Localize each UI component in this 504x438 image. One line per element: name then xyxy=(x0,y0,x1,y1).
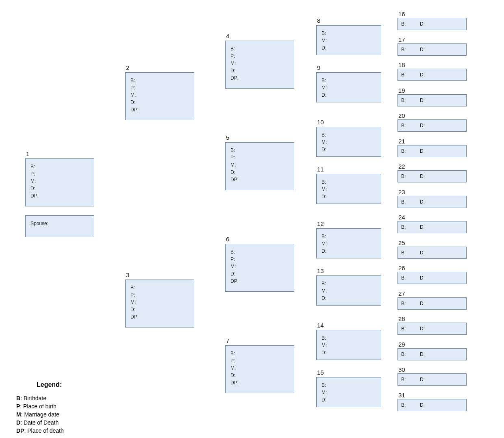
field-P: P: xyxy=(230,52,289,60)
box-15: B: M: D: xyxy=(316,377,381,407)
box-13-num: 13 xyxy=(317,267,324,274)
field-B: B: xyxy=(322,280,376,287)
field-B: B: xyxy=(401,301,420,306)
box-6-num: 6 xyxy=(226,236,229,243)
field-D: D: xyxy=(322,247,376,255)
field-DP: DP: xyxy=(230,278,289,285)
field-D: D: xyxy=(130,99,189,106)
field-D: D: xyxy=(420,72,425,78)
field-B: B: xyxy=(401,173,420,179)
box-11: B: M: D: xyxy=(316,174,381,204)
field-D: D: xyxy=(230,67,289,74)
box-29-num: 29 xyxy=(398,341,405,348)
field-B: B: xyxy=(130,284,189,291)
field-DP: DP: xyxy=(230,74,289,82)
field-D: D: xyxy=(420,275,425,281)
box-10-num: 10 xyxy=(317,119,324,126)
field-D: D: xyxy=(230,169,289,176)
box-12: B: M: D: xyxy=(316,228,381,258)
box-14-num: 14 xyxy=(317,322,324,329)
field-P: P: xyxy=(230,154,289,161)
field-B: B: xyxy=(322,233,376,240)
box-16-num: 16 xyxy=(398,11,405,17)
box-11-num: 11 xyxy=(317,166,324,173)
field-D: D: xyxy=(420,301,425,306)
legend-row: B: Birthdate xyxy=(16,394,64,402)
field-B: B: xyxy=(130,77,189,84)
field-M: M: xyxy=(322,342,376,349)
field-D: D: xyxy=(322,295,376,302)
box-20-num: 20 xyxy=(398,112,405,119)
field-D: D: xyxy=(322,44,376,52)
box-3-num: 3 xyxy=(126,271,129,278)
field-DP: DP: xyxy=(30,192,89,199)
box-31: B:D: xyxy=(398,399,467,411)
legend-row: DP: Place of death xyxy=(16,427,64,435)
box-7-num: 7 xyxy=(226,337,229,344)
field-DP: DP: xyxy=(130,313,189,321)
field-D: D: xyxy=(420,199,425,205)
field-D: D: xyxy=(322,91,376,99)
field-M: M: xyxy=(230,364,289,372)
box-13: B: M: D: xyxy=(316,275,381,306)
field-B: B: xyxy=(322,178,376,186)
box-5-num: 5 xyxy=(226,134,229,141)
field-DP: DP: xyxy=(130,106,189,113)
field-D: D: xyxy=(130,306,189,313)
field-D: D: xyxy=(420,123,425,128)
box-18-num: 18 xyxy=(398,61,405,68)
box-spouse: Spouse: xyxy=(25,215,94,237)
box-25-num: 25 xyxy=(398,239,405,246)
field-M: M: xyxy=(322,240,376,247)
field-M: M: xyxy=(322,287,376,295)
field-B: B: xyxy=(401,326,420,332)
field-B: B: xyxy=(230,248,289,256)
field-M: M: xyxy=(30,178,89,185)
box-15-num: 15 xyxy=(317,369,324,376)
box-4: B: P: M: D: DP: xyxy=(225,41,294,89)
field-B: B: xyxy=(401,377,420,382)
field-M: M: xyxy=(322,389,376,396)
legend: B: Birthdate P: Place of birth M: Marria… xyxy=(16,394,64,435)
field-D: D: xyxy=(420,98,425,103)
field-M: M: xyxy=(230,263,289,270)
field-B: B: xyxy=(401,275,420,281)
field-P: P: xyxy=(230,357,289,364)
field-B: B: xyxy=(230,147,289,154)
box-19: B:D: xyxy=(398,94,467,106)
field-M: M: xyxy=(322,139,376,146)
box-14: B: M: D: xyxy=(316,330,381,360)
box-26-num: 26 xyxy=(398,265,405,271)
field-M: M: xyxy=(322,84,376,91)
field-D: D: xyxy=(420,250,425,256)
field-D: D: xyxy=(322,396,376,403)
field-B: B: xyxy=(230,45,289,52)
field-M: M: xyxy=(322,37,376,44)
field-B: B: xyxy=(401,123,420,128)
box-2: B: P: M: D: DP: xyxy=(125,72,194,120)
field-B: B: xyxy=(401,98,420,103)
legend-title: Legend: xyxy=(37,381,62,388)
field-B: B: xyxy=(322,131,376,139)
box-23-num: 23 xyxy=(398,189,405,195)
box-25: B:D: xyxy=(398,247,467,259)
field-B: B: xyxy=(401,47,420,52)
legend-row: P: Place of birth xyxy=(16,402,64,410)
box-24: B:D: xyxy=(398,221,467,233)
box-8: B: M: D: xyxy=(316,25,381,55)
box-23: B:D: xyxy=(398,196,467,208)
field-M: M: xyxy=(322,186,376,193)
field-B: B: xyxy=(322,30,376,37)
box-31-num: 31 xyxy=(398,392,405,399)
field-B: B: xyxy=(401,351,420,357)
box-28: B:D: xyxy=(398,323,467,335)
field-D: D: xyxy=(420,402,425,408)
box-19-num: 19 xyxy=(398,87,405,94)
box-12-num: 12 xyxy=(317,220,324,227)
field-P: P: xyxy=(230,256,289,263)
box-17: B:D: xyxy=(398,43,467,56)
box-28-num: 28 xyxy=(398,315,405,322)
box-26: B:D: xyxy=(398,272,467,284)
field-B: B: xyxy=(30,163,89,170)
pedigree-chart: 1 B: P: M: D: DP: Spouse: 2 B: P: M: D: … xyxy=(0,0,504,438)
